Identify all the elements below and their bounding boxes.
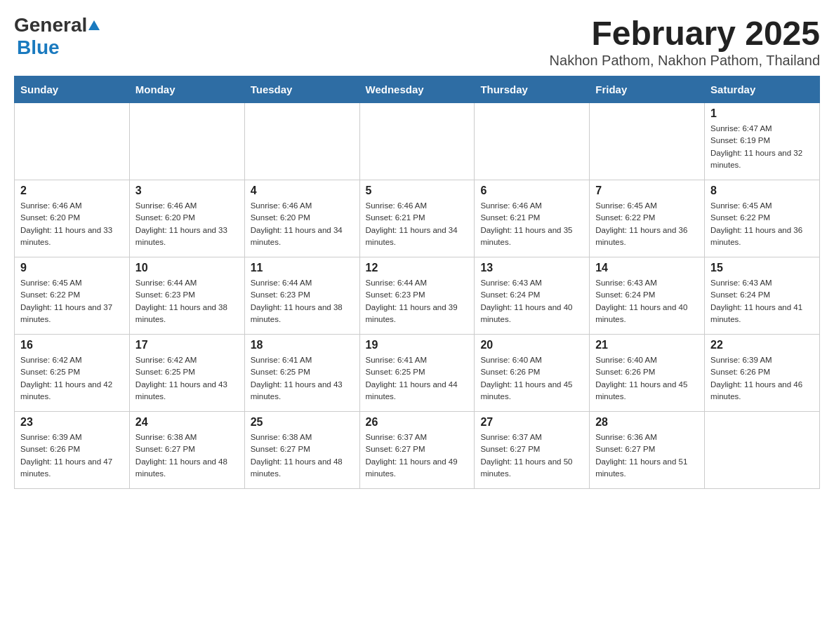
day-info: Sunrise: 6:45 AMSunset: 6:22 PMDaylight:…: [710, 200, 814, 248]
weekday-header: Sunday: [15, 76, 130, 103]
weekday-header: Tuesday: [244, 76, 359, 103]
calendar-day-cell: [475, 103, 590, 180]
day-info: Sunrise: 6:43 AMSunset: 6:24 PMDaylight:…: [480, 277, 583, 326]
day-info: Sunrise: 6:44 AMSunset: 6:23 PMDaylight:…: [135, 277, 239, 326]
calendar-day-cell: 26Sunrise: 6:37 AMSunset: 6:27 PMDayligh…: [359, 412, 475, 489]
logo-blue: Blue: [17, 36, 60, 59]
calendar-day-cell: 17Sunrise: 6:42 AMSunset: 6:25 PMDayligh…: [129, 335, 244, 412]
calendar-day-cell: 16Sunrise: 6:42 AMSunset: 6:25 PMDayligh…: [15, 335, 130, 412]
calendar-day-cell: 25Sunrise: 6:38 AMSunset: 6:27 PMDayligh…: [244, 412, 359, 489]
day-info: Sunrise: 6:47 AMSunset: 6:19 PMDaylight:…: [710, 123, 814, 171]
day-number: 5: [366, 185, 469, 197]
day-info: Sunrise: 6:46 AMSunset: 6:21 PMDaylight:…: [480, 200, 583, 248]
weekday-header: Monday: [129, 76, 244, 103]
day-number: 12: [366, 262, 469, 274]
calendar-week-row: 9Sunrise: 6:45 AMSunset: 6:22 PMDaylight…: [15, 257, 820, 335]
day-info: Sunrise: 6:38 AMSunset: 6:27 PMDaylight:…: [251, 431, 354, 480]
day-info: Sunrise: 6:41 AMSunset: 6:25 PMDaylight:…: [251, 354, 354, 403]
calendar-day-cell: 19Sunrise: 6:41 AMSunset: 6:25 PMDayligh…: [359, 335, 475, 412]
calendar-week-row: 16Sunrise: 6:42 AMSunset: 6:25 PMDayligh…: [15, 335, 820, 412]
day-number: 24: [135, 416, 239, 429]
weekday-header: Friday: [590, 76, 705, 103]
weekday-header: Saturday: [705, 76, 820, 103]
day-number: 13: [480, 262, 583, 274]
day-number: 17: [135, 339, 239, 351]
svg-marker-0: [88, 20, 100, 30]
day-number: 20: [480, 339, 583, 351]
day-info: Sunrise: 6:37 AMSunset: 6:27 PMDaylight:…: [366, 431, 469, 480]
day-number: 16: [20, 339, 124, 351]
logo-triangle-icon: [88, 19, 100, 32]
page-header: General Blue February 2025 Nakhon Pathom…: [14, 14, 820, 69]
day-number: 4: [251, 185, 354, 197]
calendar-day-cell: 1Sunrise: 6:47 AMSunset: 6:19 PMDaylight…: [705, 103, 820, 180]
day-number: 15: [710, 262, 814, 274]
logo-general: General: [14, 14, 87, 36]
day-info: Sunrise: 6:39 AMSunset: 6:26 PMDaylight:…: [710, 354, 814, 403]
day-number: 25: [251, 416, 354, 429]
day-number: 14: [595, 262, 699, 274]
calendar-day-cell: 4Sunrise: 6:46 AMSunset: 6:20 PMDaylight…: [244, 180, 359, 257]
title-section: February 2025 Nakhon Pathom, Nakhon Path…: [550, 14, 820, 69]
day-number: 28: [595, 416, 699, 429]
day-number: 2: [20, 185, 124, 197]
day-info: Sunrise: 6:46 AMSunset: 6:20 PMDaylight:…: [135, 200, 239, 248]
calendar-day-cell: 2Sunrise: 6:46 AMSunset: 6:20 PMDaylight…: [15, 180, 130, 257]
day-info: Sunrise: 6:42 AMSunset: 6:25 PMDaylight:…: [135, 354, 239, 403]
calendar-day-cell: 23Sunrise: 6:39 AMSunset: 6:26 PMDayligh…: [15, 412, 130, 489]
calendar-day-cell: 21Sunrise: 6:40 AMSunset: 6:26 PMDayligh…: [590, 335, 705, 412]
day-info: Sunrise: 6:46 AMSunset: 6:20 PMDaylight:…: [20, 200, 124, 248]
day-info: Sunrise: 6:41 AMSunset: 6:25 PMDaylight:…: [366, 354, 469, 403]
calendar-day-cell: 3Sunrise: 6:46 AMSunset: 6:20 PMDaylight…: [129, 180, 244, 257]
calendar-table: SundayMondayTuesdayWednesdayThursdayFrid…: [14, 76, 820, 489]
calendar-day-cell: 24Sunrise: 6:38 AMSunset: 6:27 PMDayligh…: [129, 412, 244, 489]
calendar-day-cell: 22Sunrise: 6:39 AMSunset: 6:26 PMDayligh…: [705, 335, 820, 412]
calendar-day-cell: [15, 103, 130, 180]
day-info: Sunrise: 6:38 AMSunset: 6:27 PMDaylight:…: [135, 431, 239, 480]
calendar-day-cell: [590, 103, 705, 180]
day-number: 19: [366, 339, 469, 351]
day-number: 18: [251, 339, 354, 351]
day-info: Sunrise: 6:36 AMSunset: 6:27 PMDaylight:…: [595, 431, 699, 480]
day-number: 8: [710, 185, 814, 197]
weekday-header: Thursday: [475, 76, 590, 103]
calendar-day-cell: 7Sunrise: 6:45 AMSunset: 6:22 PMDaylight…: [590, 180, 705, 257]
calendar-day-cell: 20Sunrise: 6:40 AMSunset: 6:26 PMDayligh…: [475, 335, 590, 412]
calendar-day-cell: [244, 103, 359, 180]
calendar-day-cell: 14Sunrise: 6:43 AMSunset: 6:24 PMDayligh…: [590, 257, 705, 335]
day-number: 11: [251, 262, 354, 274]
calendar-day-cell: 5Sunrise: 6:46 AMSunset: 6:21 PMDaylight…: [359, 180, 475, 257]
calendar-day-cell: [359, 103, 475, 180]
calendar-day-cell: 13Sunrise: 6:43 AMSunset: 6:24 PMDayligh…: [475, 257, 590, 335]
day-info: Sunrise: 6:46 AMSunset: 6:21 PMDaylight:…: [366, 200, 469, 248]
day-number: 9: [20, 262, 124, 274]
day-info: Sunrise: 6:43 AMSunset: 6:24 PMDaylight:…: [710, 277, 814, 326]
day-number: 23: [20, 416, 124, 429]
calendar-day-cell: 10Sunrise: 6:44 AMSunset: 6:23 PMDayligh…: [129, 257, 244, 335]
day-info: Sunrise: 6:40 AMSunset: 6:26 PMDaylight:…: [595, 354, 699, 403]
day-number: 3: [135, 185, 239, 197]
day-info: Sunrise: 6:42 AMSunset: 6:25 PMDaylight:…: [20, 354, 124, 403]
day-info: Sunrise: 6:45 AMSunset: 6:22 PMDaylight:…: [595, 200, 699, 248]
day-number: 21: [595, 339, 699, 351]
calendar-week-row: 1Sunrise: 6:47 AMSunset: 6:19 PMDaylight…: [15, 103, 820, 180]
day-number: 1: [710, 107, 814, 120]
day-info: Sunrise: 6:40 AMSunset: 6:26 PMDaylight:…: [480, 354, 583, 403]
day-info: Sunrise: 6:44 AMSunset: 6:23 PMDaylight:…: [251, 277, 354, 326]
day-number: 22: [710, 339, 814, 351]
calendar-day-cell: 8Sunrise: 6:45 AMSunset: 6:22 PMDaylight…: [705, 180, 820, 257]
calendar-header-row: SundayMondayTuesdayWednesdayThursdayFrid…: [15, 76, 820, 103]
weekday-header: Wednesday: [359, 76, 475, 103]
calendar-day-cell: 15Sunrise: 6:43 AMSunset: 6:24 PMDayligh…: [705, 257, 820, 335]
day-info: Sunrise: 6:44 AMSunset: 6:23 PMDaylight:…: [366, 277, 469, 326]
day-info: Sunrise: 6:45 AMSunset: 6:22 PMDaylight:…: [20, 277, 124, 326]
calendar-day-cell: [129, 103, 244, 180]
day-number: 7: [595, 185, 699, 197]
day-number: 6: [480, 185, 583, 197]
calendar-day-cell: 27Sunrise: 6:37 AMSunset: 6:27 PMDayligh…: [475, 412, 590, 489]
calendar-week-row: 23Sunrise: 6:39 AMSunset: 6:26 PMDayligh…: [15, 412, 820, 489]
calendar-day-cell: 11Sunrise: 6:44 AMSunset: 6:23 PMDayligh…: [244, 257, 359, 335]
calendar-day-cell: 9Sunrise: 6:45 AMSunset: 6:22 PMDaylight…: [15, 257, 130, 335]
calendar-day-cell: 6Sunrise: 6:46 AMSunset: 6:21 PMDaylight…: [475, 180, 590, 257]
day-number: 27: [480, 416, 583, 429]
